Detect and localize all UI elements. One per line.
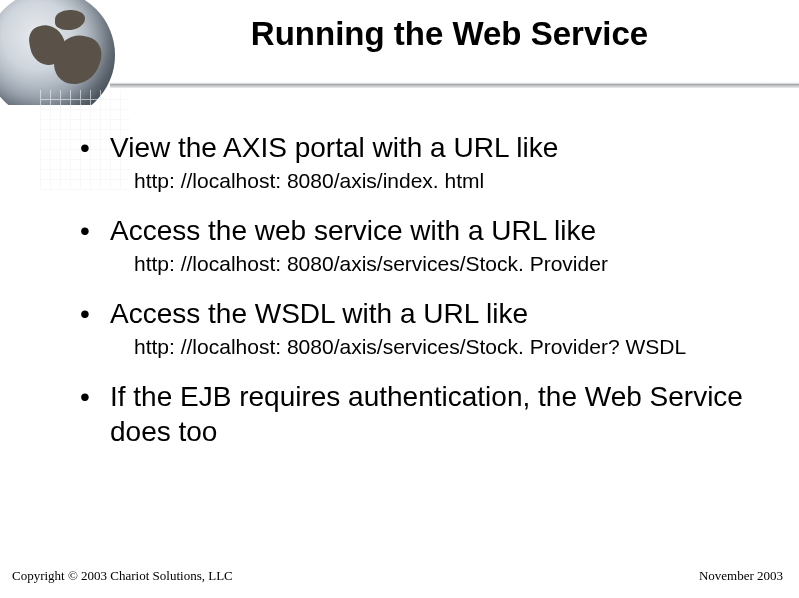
bullet-item: • If the EJB requires authentication, th… — [80, 379, 759, 449]
title-divider — [110, 82, 799, 88]
bullet-text: Access the web service with a URL like — [110, 213, 759, 248]
bullet-item: • View the AXIS portal with a URL like h… — [80, 130, 759, 193]
footer-date: November 2003 — [699, 568, 783, 584]
bullet-marker: • — [80, 213, 110, 248]
slide-content: • View the AXIS portal with a URL like h… — [80, 130, 759, 455]
bullet-item: • Access the web service with a URL like… — [80, 213, 759, 276]
bullet-marker: • — [80, 130, 110, 165]
bullet-sub: http: //localhost: 8080/axis/services/St… — [134, 252, 759, 276]
bullet-marker: • — [80, 379, 110, 414]
bullet-sub: http: //localhost: 8080/axis/index. html — [134, 169, 759, 193]
bullet-sub: http: //localhost: 8080/axis/services/St… — [134, 335, 759, 359]
bullet-item: • Access the WSDL with a URL like http: … — [80, 296, 759, 359]
bullet-text: Access the WSDL with a URL like — [110, 296, 759, 331]
bullet-marker: • — [80, 296, 110, 331]
bullet-text: View the AXIS portal with a URL like — [110, 130, 759, 165]
bullet-text: If the EJB requires authentication, the … — [110, 379, 759, 449]
footer-copyright: Copyright © 2003 Chariot Solutions, LLC — [12, 568, 233, 584]
slide-title: Running the Web Service — [120, 15, 779, 53]
